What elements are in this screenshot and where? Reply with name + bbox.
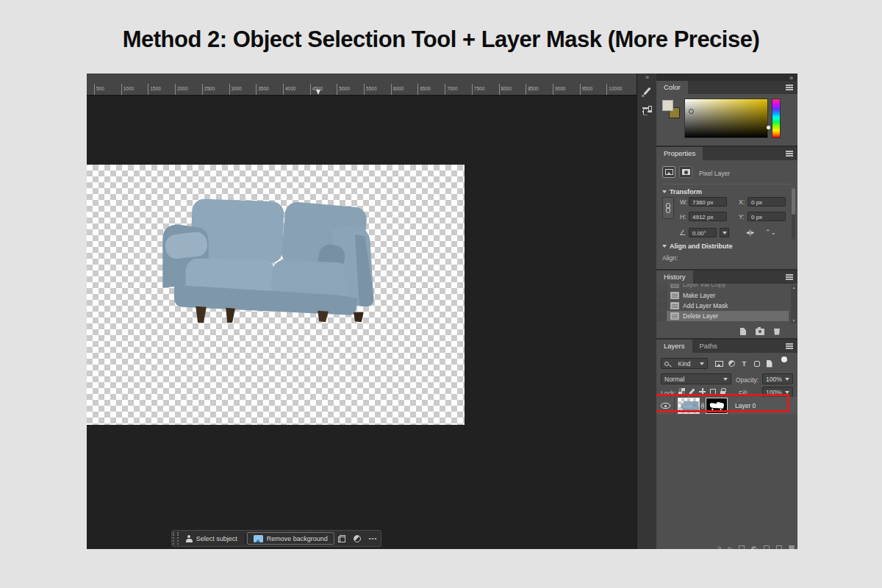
delete-layer-icon[interactable] — [789, 545, 795, 549]
history-footer — [656, 325, 797, 338]
chevron-down-icon — [700, 362, 704, 365]
y-field[interactable]: 0 px — [747, 212, 786, 221]
link-dimensions-toggle[interactable] — [662, 197, 674, 219]
history-source-checkbox[interactable] — [656, 290, 667, 300]
add-mask-icon[interactable] — [739, 545, 745, 549]
panel-menu-icon[interactable] — [786, 153, 793, 154]
hue-slider-marker[interactable] — [767, 126, 770, 129]
brushes-panel-button[interactable] — [639, 83, 655, 98]
tab-history[interactable]: History — [656, 270, 693, 284]
layers-panel: Layers Paths Kind T Normal — [656, 340, 797, 549]
adjustment-button[interactable] — [350, 532, 365, 545]
opacity-dropdown[interactable]: 100% — [762, 373, 793, 384]
ruler-tick: 2500 — [202, 84, 229, 95]
history-source-checkbox[interactable] — [656, 284, 667, 290]
filter-pixel-layers-button[interactable] — [714, 359, 725, 368]
contextual-task-bar: Select subject Remove background ••• — [171, 530, 381, 547]
history-source-checkbox[interactable] — [656, 301, 667, 310]
width-field[interactable]: 7360 px — [689, 197, 727, 207]
drag-handle[interactable] — [173, 532, 179, 545]
ruler-tick: 6500 — [417, 84, 445, 95]
layer-effects-icon[interactable]: fx — [728, 545, 732, 549]
transform-button[interactable] — [334, 532, 350, 545]
x-field[interactable]: 0 px — [747, 197, 786, 207]
new-snapshot-icon[interactable] — [756, 329, 764, 335]
layer-mask-button[interactable] — [679, 166, 692, 178]
image-thumbnail-icon — [665, 169, 673, 175]
ruler-tick: 5000 — [337, 84, 364, 95]
new-document-from-state-icon[interactable] — [740, 328, 746, 335]
panel-column: » Color Properties — [656, 74, 797, 549]
tab-color[interactable]: Color — [656, 81, 688, 94]
adjustments-panel-button[interactable] — [639, 101, 655, 117]
tab-properties[interactable]: Properties — [656, 147, 703, 160]
ruler-tick: 3000 — [229, 84, 257, 95]
tab-layers[interactable]: Layers — [656, 340, 692, 353]
new-layer-icon[interactable] — [776, 545, 782, 549]
y-label: Y: — [739, 213, 745, 220]
ruler-ticks: 500 1000 1500 2000 2500 3000 3500 4000 4… — [94, 84, 634, 95]
history-item[interactable]: Add Layer Mask — [656, 301, 789, 310]
color-saturation-field[interactable] — [684, 98, 768, 138]
couch-image — [141, 190, 385, 323]
new-group-icon[interactable] — [764, 545, 770, 549]
foreground-color-swatch[interactable] — [662, 100, 673, 111]
history-item-clipped[interactable]: Layer Via Copy — [656, 284, 789, 290]
more-options-button[interactable]: ••• — [365, 532, 381, 545]
filter-smart-objects-button[interactable] — [764, 359, 775, 368]
mask-thumbnail-icon — [682, 169, 690, 175]
ruler-tick: 9500 — [580, 84, 607, 95]
blend-mode-dropdown[interactable]: Normal — [661, 373, 731, 384]
history-scrollbar[interactable]: ▲ ▼ — [791, 285, 797, 323]
collapsed-panel-dock: » — [637, 74, 656, 549]
ellipsis-icon: ••• — [369, 535, 377, 542]
history-source-checkbox[interactable] — [656, 311, 667, 321]
ruler-tick: 3500 — [256, 84, 283, 95]
filter-adjustment-layers-button[interactable] — [726, 359, 737, 368]
photoshop-window: 500 1000 1500 2000 2500 3000 3500 4000 4… — [87, 74, 797, 549]
panel-menu-icon[interactable] — [786, 276, 793, 278]
history-state-icon — [670, 302, 679, 309]
filter-type-layers-button[interactable]: T — [739, 359, 750, 368]
width-label: W: — [680, 198, 687, 206]
history-item[interactable]: Make Layer — [656, 290, 789, 300]
select-subject-button[interactable]: Select subject — [180, 532, 243, 545]
history-item-selected[interactable]: Delete Layer — [656, 311, 789, 321]
person-icon — [186, 535, 193, 542]
remove-background-button[interactable]: Remove background — [247, 532, 334, 545]
ruler-tick: 2000 — [175, 84, 202, 95]
flip-horizontal-button[interactable]: ◂|▸ — [746, 229, 754, 236]
pixel-layer-button[interactable] — [662, 166, 675, 178]
horizontal-ruler[interactable]: 500 1000 1500 2000 2500 3000 3500 4000 4… — [87, 74, 637, 96]
panel-menu-icon[interactable] — [786, 87, 793, 88]
new-adjustment-layer-icon[interactable] — [751, 546, 757, 549]
ruler-tick: 500 — [94, 84, 121, 95]
tab-paths[interactable]: Paths — [692, 340, 725, 353]
color-picker-cursor[interactable] — [689, 109, 694, 114]
image-icon — [715, 361, 723, 367]
filter-toggle[interactable] — [781, 356, 787, 362]
color-panel-tabs: Color — [656, 81, 797, 94]
divider — [245, 534, 245, 544]
canvas-area[interactable]: 500 1000 1500 2000 2500 3000 3500 4000 4… — [87, 74, 637, 549]
link-layers-icon[interactable] — [718, 546, 721, 550]
rotation-dropdown[interactable] — [720, 228, 729, 237]
height-field[interactable]: 4912 px — [689, 212, 727, 221]
filter-shape-layers-button[interactable] — [751, 359, 762, 368]
filter-kind-dropdown[interactable]: Kind — [661, 358, 708, 369]
annotation-highlight-box — [656, 394, 789, 412]
chevron-down-icon — [723, 378, 728, 381]
align-section-header[interactable]: Align and Distribute — [662, 243, 733, 250]
scroll-up-icon[interactable]: ▲ — [791, 286, 797, 290]
panel-menu-icon[interactable] — [786, 345, 793, 347]
hue-slider[interactable] — [772, 98, 781, 138]
transform-section-header[interactable]: Transform — [662, 188, 702, 196]
delete-state-icon[interactable] — [774, 329, 780, 335]
properties-scrollbar[interactable] — [792, 188, 795, 240]
rotation-field[interactable]: 0.00° — [689, 228, 717, 237]
properties-panel: Properties Pixel Layer Transform W: 7360… — [656, 147, 797, 269]
layers-footer-icons: fx — [718, 545, 795, 549]
flip-vertical-button[interactable]: ⌃⌄ — [765, 229, 776, 236]
scroll-down-icon[interactable]: ▼ — [791, 319, 797, 323]
expand-dock-chevron[interactable]: » — [637, 74, 657, 81]
